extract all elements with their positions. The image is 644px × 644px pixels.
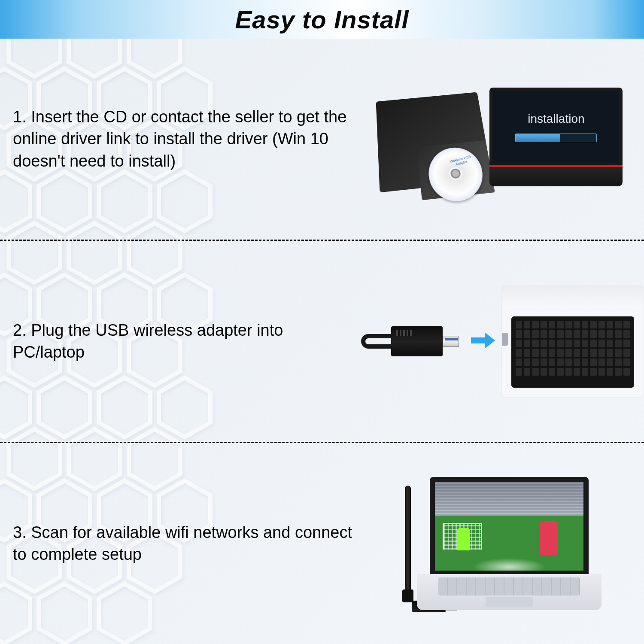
wifi-antenna-icon: [399, 481, 415, 610]
cd-label: Wireless USB Adapter: [447, 154, 476, 168]
page-title: Easy to Install: [235, 5, 409, 34]
step-2-text: 2. Plug the USB wireless adapter into PC…: [13, 319, 357, 364]
step-2: 2. Plug the USB wireless adapter into PC…: [0, 241, 644, 443]
step-1-illustration: Wireless USB Adapter installation: [374, 88, 627, 191]
laptop-streaming-icon: [417, 477, 601, 610]
step-1: 1. Insert the CD or contact the seller t…: [0, 39, 644, 241]
laptop-installation-icon: installation: [489, 88, 623, 191]
step-3-illustration: [374, 477, 627, 610]
header-banner: Easy to Install: [0, 0, 644, 39]
step-1-text: 1. Insert the CD or contact the seller t…: [13, 106, 357, 172]
step-2-illustration: [374, 286, 644, 397]
laptop-keyboard-icon: [502, 286, 644, 397]
steps-container: 1. Insert the CD or contact the seller t…: [0, 39, 644, 644]
installation-label: installation: [528, 112, 584, 126]
step-3-text: 3. Scan for available wifi networks and …: [13, 522, 357, 566]
step-3: 3. Scan for available wifi networks and …: [0, 443, 644, 644]
cd-drive-icon: Wireless USB Adapter: [376, 92, 493, 192]
usb-wifi-adapter-icon: [374, 326, 464, 356]
progress-bar-icon: [515, 134, 597, 142]
arrow-right-icon: [470, 330, 496, 353]
